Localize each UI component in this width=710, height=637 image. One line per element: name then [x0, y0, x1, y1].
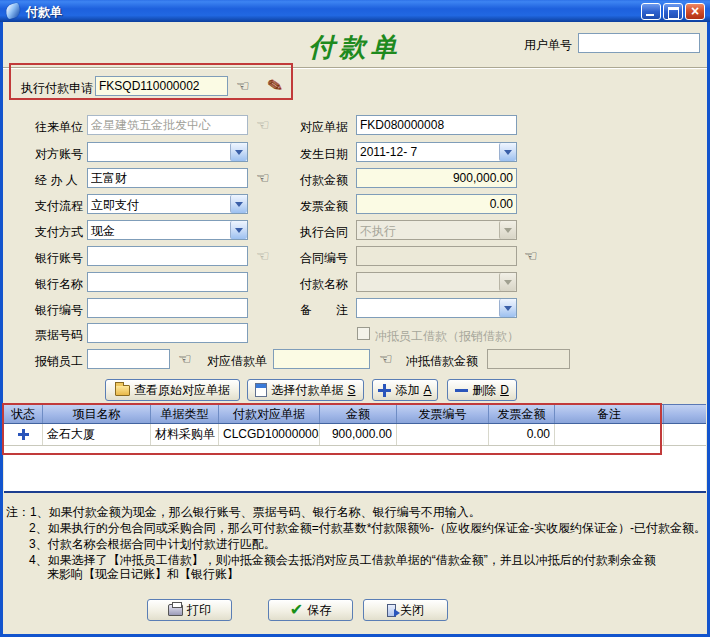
- date-label: 发生日期: [300, 146, 348, 163]
- contract-exec-label: 执行合同: [300, 224, 348, 241]
- plus-icon: [378, 384, 391, 397]
- bill-number-label: 票据号码: [35, 327, 83, 344]
- checkmark-icon: ✔: [290, 603, 303, 617]
- offset-loan-checkbox[interactable]: [357, 327, 370, 340]
- cell-remark: [555, 424, 664, 445]
- contract-exec-select: 不执行: [356, 220, 517, 240]
- app-icon: [5, 3, 22, 20]
- col-ref[interactable]: 付款对应单据: [219, 405, 320, 423]
- employee-lookup-hand-icon[interactable]: ☜: [178, 351, 191, 367]
- partner-lookup-hand-icon[interactable]: ☜: [256, 117, 269, 133]
- cell-invoice-amount: 0.00: [489, 424, 555, 445]
- handler-input[interactable]: [87, 168, 248, 188]
- save-button[interactable]: ✔ 保存: [268, 599, 353, 621]
- cell-doc-type: 材料采购单: [151, 424, 219, 445]
- col-remark[interactable]: 备注: [555, 405, 664, 423]
- offset-amount-input: [487, 349, 570, 369]
- amount-input[interactable]: [356, 168, 517, 188]
- bank-code-label: 银行编号: [35, 302, 83, 319]
- remark-select[interactable]: [356, 298, 517, 318]
- payment-items-grid: 状态 项目名称 单据类型 付款对应单据 金额 发票编号 发票金额 备注 金石大厦…: [4, 404, 706, 493]
- exit-door-icon: [387, 604, 396, 617]
- note-line-3: 3、付款名称会根据合同中计划付款进行匹配。: [29, 536, 276, 553]
- loan-doc-input[interactable]: [273, 349, 370, 369]
- contract-no-input: [356, 246, 517, 266]
- bank-name-input[interactable]: [87, 272, 248, 292]
- contract-no-label: 合同编号: [300, 250, 348, 267]
- page-title: 付款单: [280, 30, 430, 65]
- cell-ref: CLCGD100000008: [219, 424, 320, 445]
- date-select[interactable]: 2011-12- 7: [356, 142, 517, 162]
- bank-code-input[interactable]: [87, 298, 248, 318]
- select-payment-docs-button[interactable]: 选择付款单据S: [247, 379, 364, 401]
- col-status[interactable]: 状态: [4, 405, 43, 423]
- chevron-down-icon: [230, 143, 247, 161]
- bill-number-input[interactable]: [87, 323, 248, 343]
- request-label: 执行付款申请: [21, 80, 93, 97]
- payment-method-select[interactable]: 现金: [87, 220, 248, 240]
- cell-amount: 900,000.00: [320, 424, 397, 445]
- counter-account-select[interactable]: [87, 142, 248, 162]
- contract-lookup-hand-icon[interactable]: ☜: [524, 248, 537, 264]
- handler-lookup-hand-icon[interactable]: ☜: [256, 170, 269, 186]
- chevron-down-icon: [499, 273, 516, 291]
- chevron-down-icon: [230, 195, 247, 213]
- bank-account-input[interactable]: [87, 246, 248, 266]
- bank-name-label: 银行名称: [35, 276, 83, 293]
- add-row-button[interactable]: 添加A: [372, 379, 438, 401]
- col-amount[interactable]: 金额: [320, 405, 397, 423]
- maximize-button[interactable]: [663, 3, 683, 20]
- titlebar[interactable]: 付款单: [0, 0, 710, 22]
- bank-account-lookup-hand-icon[interactable]: ☜: [256, 248, 269, 264]
- view-original-button[interactable]: 查看原始对应单据: [105, 379, 240, 401]
- bank-account-label: 银行账号: [35, 250, 83, 267]
- delete-row-button[interactable]: 删除D: [447, 379, 517, 401]
- offset-loan-checkbox-label: 冲抵员工借款（报销借款）: [375, 328, 519, 345]
- payment-name-label: 付款名称: [300, 276, 348, 293]
- user-no-input[interactable]: [578, 33, 700, 53]
- window-title: 付款单: [26, 4, 62, 21]
- notepad-icon: [255, 383, 267, 397]
- cell-invoice-no: [397, 424, 489, 445]
- partner-label: 往来单位: [35, 119, 83, 136]
- print-button[interactable]: 打印: [147, 599, 232, 621]
- reimburse-emp-label: 报销员工: [35, 353, 83, 370]
- payment-flow-label: 支付流程: [35, 198, 83, 215]
- loan-doc-lookup-hand-icon[interactable]: ☜: [379, 351, 392, 367]
- col-invoice-no[interactable]: 发票编号: [397, 405, 489, 423]
- handler-label: 经 办 人: [35, 172, 78, 189]
- doc-ref-input[interactable]: [356, 115, 517, 135]
- minus-icon: [455, 384, 468, 397]
- col-invoice-amount[interactable]: 发票金额: [489, 405, 555, 423]
- note-line-5: 来影响【现金日记账】和【银行账】: [47, 566, 239, 583]
- counter-account-label: 对方账号: [35, 146, 83, 163]
- cell-project: 金石大厦: [43, 424, 151, 445]
- invoice-amount-label: 发票金额: [300, 198, 348, 215]
- printer-icon: [168, 604, 183, 616]
- close-form-button[interactable]: 关闭: [363, 599, 448, 621]
- request-input[interactable]: [95, 76, 228, 96]
- lookup-hand-icon[interactable]: ☜: [236, 78, 249, 94]
- user-no-label: 用户单号: [524, 37, 572, 54]
- invoice-amount-input[interactable]: [356, 194, 517, 214]
- loan-doc-label: 对应借款单: [207, 353, 267, 370]
- folder-icon: [115, 385, 130, 396]
- table-row[interactable]: 金石大厦 材料采购单 CLCGD100000008 900,000.00 0.0…: [4, 424, 706, 446]
- row-status-plus-icon: [18, 429, 29, 440]
- note-line-2: 2、如果执行的分包合同或采购合同，那么可付款金额=付款基数*付款限额%-（应收履…: [29, 520, 706, 537]
- chevron-down-icon: [230, 221, 247, 239]
- col-doc-type[interactable]: 单据类型: [151, 405, 219, 423]
- payment-order-window: 付款单 付款单 用户单号 执行付款申请 ☜ ✎ 往来单位 ☜ 对应单据 对方账号…: [0, 0, 710, 637]
- grid-header-row: 状态 项目名称 单据类型 付款对应单据 金额 发票编号 发票金额 备注: [4, 405, 706, 424]
- payment-flow-select[interactable]: 立即支付: [87, 194, 248, 214]
- partner-input[interactable]: [87, 115, 248, 135]
- close-button[interactable]: [685, 3, 705, 20]
- chevron-down-icon: [499, 143, 516, 161]
- minimize-button[interactable]: [641, 3, 661, 20]
- chevron-down-icon: [499, 221, 516, 239]
- reimburse-emp-input[interactable]: [87, 349, 170, 369]
- remark-label: 备 注: [300, 302, 348, 319]
- col-project[interactable]: 项目名称: [43, 405, 151, 423]
- header-divider: [3, 67, 707, 69]
- offset-amount-label: 冲抵借款金额: [406, 353, 478, 370]
